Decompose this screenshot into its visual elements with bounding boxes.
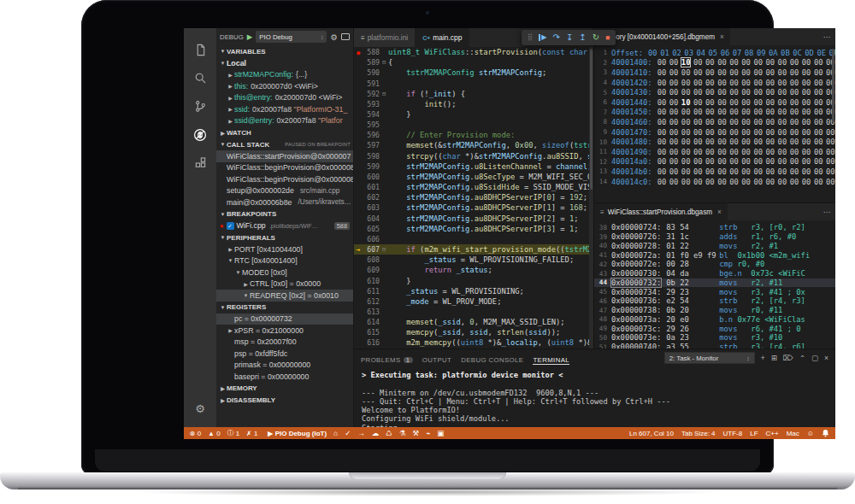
stop-icon[interactable]: ■ — [605, 34, 610, 42]
status-encoding[interactable]: UTF-8 — [723, 430, 743, 437]
memory-row[interactable]: 540001430:000000000000000000000000000000… — [594, 87, 835, 97]
memory-row[interactable]: 740001450:000000000000000000000000000000… — [594, 108, 835, 118]
section-header[interactable]: ▼CALL STACKPAUSED ON BREAKPOINT — [216, 138, 353, 150]
tree-item[interactable]: WiFiClass::beginProvision@0x000008 — [216, 162, 353, 174]
start-debug-icon[interactable]: ▶ — [247, 32, 253, 41]
split-icon[interactable]: ⊞ — [771, 354, 777, 362]
tab-dbgasm[interactable]: ≡ WiFiClass::startProvision.dbgasm × — [594, 203, 728, 220]
pio-test-icon[interactable]: ⚗ — [399, 429, 406, 437]
terminal-output[interactable]: > Executing task: platformio device moni… — [354, 366, 835, 432]
code-line[interactable]: 603 strM2MAPConfig.au8DHCPServerIP[1] = … — [354, 202, 589, 213]
disasm-row[interactable]: 410x0000072a:01 f0 e9 f9bl 0x1b00 <m2m_w… — [594, 250, 835, 260]
memory-row[interactable]: 440001420:000000000000000000000000000000… — [594, 78, 835, 88]
disasm-row[interactable]: 470x00000738:0b 20movs r0, #11 — [594, 306, 835, 315]
disasm-row[interactable]: 400x00000728:01 22movs r2, #1 — [594, 242, 835, 251]
pio-clean-icon[interactable]: ♺ — [386, 429, 392, 437]
code-line[interactable]: 589⊟{ — [354, 57, 589, 67]
section-header[interactable]: ▶MEMORY — [216, 383, 353, 395]
tree-item[interactable]: ▶strM2MAPConfig:{...} — [216, 69, 353, 81]
memory-scrollbar[interactable] — [832, 49, 834, 122]
pio-build-icon[interactable]: ✓ — [345, 429, 351, 437]
code-line[interactable]: 590 tstrM2MAPConfig strM2MAPConfig; — [354, 67, 589, 78]
settings-gear-icon[interactable]: ⚙ — [184, 402, 216, 415]
close-icon[interactable]: × — [720, 33, 724, 41]
tree-item[interactable]: main@0x00006b8e/Users/ikravets… — [216, 196, 353, 208]
debug-icon[interactable] — [184, 120, 216, 149]
code-line[interactable]: 612 _mode = WL_PROV_MODE; — [354, 296, 589, 307]
tree-item[interactable]: WiFiClass::startProvision@0x000007 — [216, 150, 353, 162]
maximize-icon[interactable]: ▢ — [811, 354, 818, 362]
code-line[interactable]: 614 memset(_ssid, 0, M2M_MAX_SSID_LEN); — [354, 317, 589, 327]
panel-tab-problems[interactable]: PROBLEMS1 — [361, 356, 413, 365]
memory-row[interactable]: 1040001480:00000000000000000000000000000… — [594, 137, 835, 147]
chevron-up-icon[interactable]: ⌃ — [799, 354, 805, 362]
memory-hex-view[interactable]: 1Offset:000102030405060708090A0B0C0D0E0F… — [594, 45, 835, 186]
notifications-bell-icon[interactable] — [822, 429, 829, 437]
pio-cloud-icon[interactable]: ☁ — [372, 429, 380, 437]
code-line[interactable]: 609 return _status; — [354, 265, 589, 275]
pio-home-icon[interactable]: ⌂ — [333, 429, 338, 437]
tree-item[interactable]: ▼MODE0 [0x0] — [216, 267, 353, 278]
code-line[interactable]: →607⊟ if (m2m_wifi_start_provision_mode(… — [354, 244, 589, 255]
code-line[interactable]: 592⊟ if (!_init) { — [354, 89, 589, 99]
panel-tab-debug-console[interactable]: DEBUG CONSOLE — [461, 356, 523, 365]
code-line[interactable]: 594 } — [354, 109, 589, 120]
debug-gear-icon[interactable]: ⚙ — [330, 32, 338, 42]
disasm-more-actions-icon[interactable]: ⋯ — [823, 208, 835, 216]
tree-item[interactable]: primask = 0x00000000 — [216, 360, 353, 372]
tree-item[interactable]: ▶CTRL [0x0] = 0x0000 — [216, 278, 353, 290]
status-tab-size[interactable]: Tab Size: 4 — [681, 430, 716, 437]
disasm-row[interactable]: 450x00000734:29 23movs r3, #41 ; 0x — [594, 287, 835, 296]
status-debug-target[interactable]: ▶PIO Debug (IoT) — [268, 430, 327, 437]
memory-row[interactable]: 940001470:000000000000000000000000000000… — [594, 127, 835, 138]
editor-scrollbar[interactable] — [589, 47, 593, 349]
disasm-row[interactable]: 390x00000726:31 1cadds r1, r6, #0 — [594, 232, 835, 242]
code-line[interactable]: 600 strM2MAPConfig.u8SecType = M2M_WIFI_… — [354, 172, 589, 182]
panel-tab-output[interactable]: OUTPUT — [422, 356, 451, 365]
disasm-row[interactable]: 480x0000073a:20 e0b.n 0x77e <WiFiClas — [594, 315, 835, 325]
terminal-selector[interactable]: 2: Task - Monitor ↕ — [664, 352, 755, 364]
code-line[interactable]: 616 m2m_memcpy((uint8 *)&_localip, (uint… — [354, 337, 589, 348]
section-header[interactable]: ▼REGISTERS — [216, 302, 353, 314]
tree-item[interactable]: pc = 0x00000732 — [216, 314, 353, 325]
code-line[interactable]: 615 memcpy(_ssid, ssid, strlen(ssid)); — [354, 327, 589, 337]
memory-more-actions-icon[interactable]: ⋯ — [823, 32, 835, 41]
disasm-row[interactable]: 500x0000073e:0a 23movs r3, #10 — [594, 333, 835, 343]
memory-row[interactable]: 240001400:000010000000000000000000000000… — [594, 58, 835, 68]
status-language-mode[interactable]: C++ — [766, 430, 779, 437]
drag-icon[interactable]: ⣿ — [528, 34, 533, 41]
code-line[interactable]: 604 strM2MAPConfig.au8DHCPServerIP[2] = … — [354, 214, 589, 224]
tree-item[interactable]: ▶xPSR = 0x21000000 — [216, 325, 353, 337]
disassembly-view[interactable]: 380x00000724:83 54strb r3, [r0, r2]390x0… — [594, 220, 835, 349]
code-line[interactable]: 606 — [354, 234, 589, 244]
open-console-icon[interactable] — [341, 33, 350, 40]
tree-item[interactable]: ▼Local — [216, 57, 353, 69]
status-platform[interactable]: Mac — [787, 430, 799, 437]
tree-item[interactable]: ▶PORT [0x41004400] — [216, 243, 353, 255]
tree-item[interactable]: setup@0x000002desrc/main.cpp — [216, 185, 353, 197]
memory-row[interactable]: 12400014a0:00000000000000000000000000000… — [594, 157, 835, 167]
code-editor[interactable]: ●588uint8_t WiFiClass::startProvision(co… — [354, 47, 589, 349]
step-over-icon[interactable]: ↷ — [553, 33, 560, 42]
tree-item[interactable]: ▼RTC [0x40001400] — [216, 255, 353, 267]
code-line[interactable]: 593 init(); — [354, 99, 589, 109]
code-line[interactable]: 613 — [354, 307, 589, 317]
tree-item[interactable]: ▶ssid:0x20007fa8 "PlatformIO-31_ — [216, 103, 353, 115]
status-warning-count[interactable]: ▲0 — [208, 430, 220, 437]
memory-row[interactable]: 640001440:000010000000000000000000000000… — [594, 97, 835, 108]
code-line[interactable]: 598 strcpy((char *)&strM2MAPConfig.au8SS… — [354, 151, 589, 161]
tree-item[interactable]: basepri = 0x00000000 — [216, 371, 353, 383]
status-cursor-position[interactable]: Ln 607, Col 10 — [629, 430, 674, 437]
tab-platformio-ini[interactable]: ≡ platformio.ini — [354, 28, 416, 47]
step-into-icon[interactable]: ↧ — [566, 33, 573, 42]
restart-icon[interactable]: ↻ — [593, 33, 599, 42]
debug-config-select[interactable]: PIO Debug ↕ — [256, 31, 327, 43]
disasm-row[interactable]: 440x00000732:0b 22movs r2, #11 — [594, 278, 835, 288]
memory-row[interactable]: 840001460:000000000000000000000000000000… — [594, 117, 835, 127]
explorer-icon[interactable] — [184, 36, 216, 64]
pio-upload-icon[interactable]: → — [357, 429, 365, 437]
status-info-count[interactable]: ⓘ1 — [227, 429, 239, 437]
code-line[interactable]: ●588uint8_t WiFiClass::startProvision(co… — [354, 47, 589, 57]
extensions-icon[interactable] — [184, 149, 216, 177]
status-error-count[interactable]: ⊗0 — [190, 430, 201, 437]
